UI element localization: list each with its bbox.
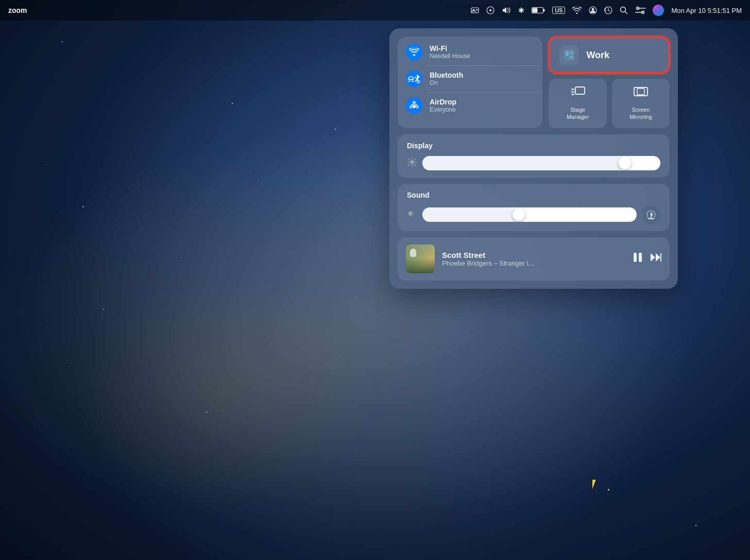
display-label: Display (407, 142, 660, 150)
svg-rect-30 (571, 89, 574, 90)
focus-work-button[interactable]: Work (549, 37, 670, 74)
bluetooth-item[interactable]: ⍾ Bluetooth On (398, 65, 542, 92)
svg-rect-34 (637, 89, 644, 95)
airdrop-subtitle: Everyone (430, 106, 456, 113)
svg-rect-52 (660, 253, 661, 261)
star (695, 525, 696, 526)
siri-icon[interactable] (653, 5, 664, 16)
svg-line-40 (409, 159, 410, 160)
sound-label: Sound (407, 191, 660, 199)
album-art (406, 244, 435, 273)
battery-icon[interactable] (532, 7, 545, 14)
svg-rect-0 (471, 8, 479, 13)
wifi-menu-icon[interactable] (572, 7, 582, 14)
svg-rect-8 (533, 8, 538, 13)
volume-slider[interactable] (422, 207, 637, 222)
display-slider-row (407, 156, 660, 170)
star-bright (608, 489, 609, 491)
sound-output-button[interactable] (642, 205, 660, 224)
star (144, 77, 145, 78)
sound-section: Sound (398, 184, 670, 231)
svg-rect-26 (566, 51, 569, 56)
star (206, 412, 207, 413)
star (258, 180, 258, 181)
wifi-item[interactable]: Wi-Fi Needell House (398, 39, 542, 65)
bluetooth-text: Bluetooth On (430, 71, 463, 86)
screen-mirroring-icon (633, 86, 649, 103)
now-playing-info: Scott Street Phoebe Bridgers – Stranger … (442, 251, 625, 267)
wifi-subtitle: Needell House (430, 52, 470, 60)
svg-marker-5 (490, 9, 492, 12)
keyboard-layout-icon[interactable]: US (552, 7, 565, 14)
control-center-menu-icon[interactable] (635, 7, 645, 14)
star (335, 129, 336, 130)
star (309, 232, 310, 232)
svg-rect-28 (570, 56, 573, 59)
star (46, 165, 47, 165)
screen-mirroring-button[interactable]: ScreenMirroring (612, 79, 670, 128)
bluetooth-icon-wrap: ⍾ (406, 71, 422, 87)
airdrop-title: AirDrop (430, 98, 456, 106)
star (283, 463, 284, 464)
play-circle-icon[interactable] (486, 6, 495, 14)
screen-mirroring-label: ScreenMirroring (629, 106, 652, 121)
app-name[interactable]: zoom (8, 6, 27, 14)
user-account-icon[interactable] (589, 6, 597, 14)
svg-line-13 (625, 12, 627, 14)
airdrop-icon-wrap (406, 97, 422, 114)
bluetooth-title: Bluetooth (430, 71, 463, 79)
stage-manager-icon (570, 86, 586, 103)
skip-forward-button[interactable] (650, 252, 661, 265)
star (67, 360, 67, 361)
svg-rect-7 (543, 9, 545, 12)
stage-manager-button[interactable]: StageManager (549, 79, 606, 128)
star (232, 103, 233, 104)
wifi-text: Wi-Fi Needell House (430, 44, 470, 60)
star (62, 41, 63, 42)
contact-card-icon[interactable] (471, 6, 479, 14)
svg-rect-32 (571, 94, 574, 95)
airdrop-item[interactable]: AirDrop Everyone (398, 92, 542, 119)
bluetooth-menu-icon[interactable]: ✱ (518, 6, 524, 14)
now-playing-artist: Phoebe Bridgers – Stranger i... (442, 259, 625, 267)
control-center-panel: Wi-Fi Needell House ⍾ Blue (389, 28, 678, 289)
airdrop-text: AirDrop Everyone (430, 98, 456, 113)
top-row: Wi-Fi Needell House ⍾ Blue (398, 37, 670, 128)
volume-icon[interactable] (502, 6, 511, 14)
menubar-left: zoom (8, 6, 471, 14)
time-machine-icon[interactable] (604, 6, 612, 14)
connectivity-block: Wi-Fi Needell House ⍾ Blue (398, 37, 542, 128)
stage-manager-label: StageManager (567, 106, 589, 121)
svg-rect-29 (575, 87, 585, 94)
pause-button[interactable] (633, 252, 643, 266)
svg-line-43 (409, 164, 410, 165)
svg-rect-31 (571, 91, 574, 93)
right-column: Work StageManager (549, 37, 670, 128)
star (180, 257, 181, 258)
svg-point-15 (637, 8, 638, 9)
spotlight-search-icon[interactable] (620, 6, 628, 14)
mouse-cursor (592, 480, 601, 491)
sound-row (407, 205, 660, 224)
svg-line-41 (415, 164, 416, 165)
svg-marker-51 (656, 253, 660, 261)
now-playing-section: Scott Street Phoebe Bridgers – Stranger … (398, 237, 670, 281)
playback-controls (633, 252, 661, 266)
svg-point-35 (411, 160, 414, 164)
svg-point-10 (592, 8, 594, 11)
svg-rect-49 (639, 253, 642, 262)
stage-screen-row: StageManager ScreenMirroring (549, 79, 670, 128)
svg-marker-50 (651, 253, 655, 261)
now-playing-title: Scott Street (442, 251, 625, 259)
menubar: zoom ✱ US Mon Apr 1 (0, 0, 750, 21)
focus-label: Work (586, 50, 609, 61)
volume-slider-icon (407, 209, 417, 220)
star (103, 309, 104, 310)
wifi-icon-wrap (406, 44, 422, 60)
svg-rect-27 (570, 51, 573, 55)
star (82, 206, 84, 207)
brightness-icon (407, 157, 417, 169)
brightness-slider[interactable] (422, 156, 660, 170)
bluetooth-subtitle: On (430, 79, 463, 86)
menubar-right: ✱ US Mon Apr 10 5:51:51 PM (471, 5, 742, 16)
